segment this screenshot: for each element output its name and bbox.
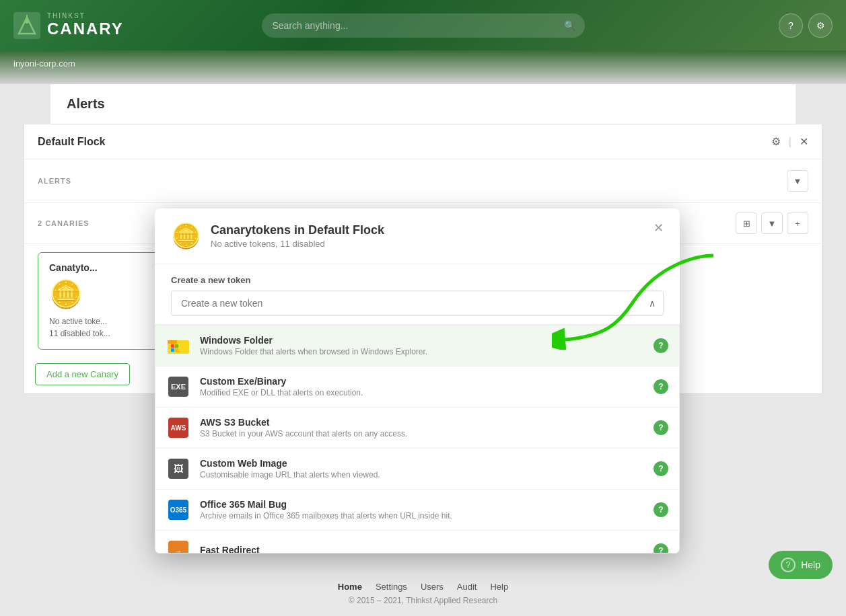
filter-icon-button[interactable]: ▼ xyxy=(761,213,783,234)
footer: Home Settings Users Audit Help © 2015 – … xyxy=(0,571,846,616)
svg-rect-9 xyxy=(171,348,174,352)
token-item-desc: Archive emails in Office 365 mailboxes t… xyxy=(200,511,654,521)
token-search-wrapper: ∧ xyxy=(171,291,664,316)
token-item-desc: Customisable image URL that alerts when … xyxy=(200,470,654,479)
add-canary-button[interactable]: + xyxy=(787,213,808,234)
settings-header-button[interactable]: ⚙ xyxy=(808,13,833,38)
token-item-custom-exe[interactable]: EXE Custom Exe/Binary Modified EXE or DL… xyxy=(155,367,679,408)
create-label: Create a new token xyxy=(171,275,664,285)
search-icon: 🔍 xyxy=(564,20,575,31)
flock-settings-icon[interactable]: ⚙ xyxy=(771,135,781,148)
page-title: Alerts xyxy=(67,96,779,112)
svg-rect-6 xyxy=(169,342,176,344)
footer-link-audit[interactable]: Audit xyxy=(457,582,477,592)
svg-rect-10 xyxy=(175,348,178,352)
search-bar[interactable]: 🔍 xyxy=(262,13,585,38)
flock-actions: ⚙ | ✕ xyxy=(771,135,808,148)
token-item-name: Fast Redirect xyxy=(200,545,654,553)
chevron-up-icon: ∧ xyxy=(649,298,656,309)
header: THINKST CANARY 🔍 ? ⚙ xyxy=(0,0,846,50)
flock-title: Default Flock xyxy=(38,136,105,148)
canaries-actions: ⊞ ▼ + xyxy=(736,213,808,234)
token-item-windows-folder[interactable]: Windows Folder Windows Folder that alert… xyxy=(155,325,679,367)
sub-header: inyoni-corp.com xyxy=(0,50,846,84)
alerts-filter-button[interactable]: ▼ xyxy=(787,170,808,192)
token-item-info-web-image: Custom Web Image Customisable image URL … xyxy=(200,458,654,479)
token-item-info-windows-folder: Windows Folder Windows Folder that alert… xyxy=(200,335,654,356)
canaries-label: 2 CANARIES xyxy=(38,219,90,227)
alerts-section: ALERTS ▼ xyxy=(24,159,822,203)
token-item-fast-redirect[interactable]: → Fast Redirect ? xyxy=(155,531,679,553)
create-section: Create a new token ∧ xyxy=(155,264,680,325)
token-item-name: Windows Folder xyxy=(200,335,654,346)
fast-redirect-icon: → xyxy=(166,539,190,553)
office365-icon: O365 xyxy=(166,498,190,522)
web-image-icon: 🖼 xyxy=(166,457,190,481)
modal-header-left: 🪙 Canarytokens in Default Flock No activ… xyxy=(171,222,384,250)
token-search-input[interactable] xyxy=(171,291,664,316)
custom-exe-icon: EXE xyxy=(166,375,190,399)
token-item-office365[interactable]: O365 Office 365 Mail Bug Archive emails … xyxy=(155,490,679,531)
token-item-aws-s3[interactable]: AWS AWS S3 Bucket S3 Bucket in your AWS … xyxy=(155,408,679,449)
header-actions: ? ⚙ xyxy=(779,13,833,38)
footer-copyright: © 2015 – 2021, Thinkst Applied Research xyxy=(11,596,835,605)
token-help-button[interactable]: ? xyxy=(654,543,668,553)
footer-link-settings[interactable]: Settings xyxy=(376,582,407,592)
token-item-info-fast-redirect: Fast Redirect xyxy=(200,545,654,553)
token-item-desc: Modified EXE or DLL that alerts on execu… xyxy=(200,388,654,397)
logo-canary: CANARY xyxy=(47,20,124,38)
token-help-button[interactable]: ? xyxy=(654,461,668,476)
help-circle-icon: ? xyxy=(781,557,796,572)
token-item-desc: Windows Folder that alerts when browsed … xyxy=(200,347,654,356)
modal-header: 🪙 Canarytokens in Default Flock No activ… xyxy=(155,208,680,264)
stack-icon-button[interactable]: ⊞ xyxy=(736,213,757,234)
token-item-info-custom-exe: Custom Exe/Binary Modified EXE or DLL th… xyxy=(200,376,654,397)
token-item-info-aws-s3: AWS S3 Bucket S3 Bucket in your AWS acco… xyxy=(200,417,654,438)
logo-area: THINKST CANARY xyxy=(13,12,124,39)
token-help-button[interactable]: ? xyxy=(654,338,668,353)
token-item-name: Custom Web Image xyxy=(200,458,654,469)
modal-subtitle: No active tokens, 11 disabled xyxy=(211,239,384,249)
token-item-info-office365: Office 365 Mail Bug Archive emails in Of… xyxy=(200,499,654,521)
footer-link-help[interactable]: Help xyxy=(490,582,508,592)
token-help-button[interactable]: ? xyxy=(654,379,668,394)
token-list: Windows Folder Windows Folder that alert… xyxy=(155,325,680,553)
token-item-name: AWS S3 Bucket xyxy=(200,417,654,428)
flock-close-icon[interactable]: ✕ xyxy=(800,135,808,148)
aws-s3-icon: AWS xyxy=(166,416,190,440)
logo-text: THINKST CANARY xyxy=(47,12,124,38)
breadcrumb: inyoni-corp.com xyxy=(13,59,833,74)
svg-point-2 xyxy=(25,20,29,24)
alerts-label: ALERTS xyxy=(38,177,71,185)
modal-token-icon: 🪙 xyxy=(171,222,201,250)
logo-thinkst: THINKST xyxy=(47,12,124,20)
windows-folder-icon xyxy=(166,334,190,358)
help-label: Help xyxy=(801,560,820,570)
flock-divider: | xyxy=(789,136,791,148)
modal-close-button[interactable]: ✕ xyxy=(654,222,664,234)
token-item-name: Office 365 Mail Bug xyxy=(200,499,654,510)
modal-title: Canarytokens in Default Flock xyxy=(211,223,384,237)
svg-rect-8 xyxy=(175,344,178,348)
footer-link-users[interactable]: Users xyxy=(421,582,444,592)
token-item-web-image[interactable]: 🖼 Custom Web Image Customisable image UR… xyxy=(155,449,679,490)
search-input[interactable] xyxy=(262,13,585,38)
modal-title-area: Canarytokens in Default Flock No active … xyxy=(211,223,384,249)
help-header-button[interactable]: ? xyxy=(779,13,803,38)
token-item-desc: S3 Bucket in your AWS account that alert… xyxy=(200,429,654,438)
flock-header: Default Flock ⚙ | ✕ xyxy=(24,124,822,159)
add-new-canary-button[interactable]: Add a new Canary xyxy=(35,363,130,385)
footer-link-home[interactable]: Home xyxy=(338,582,362,592)
token-help-button[interactable]: ? xyxy=(654,420,668,435)
canary-logo-icon xyxy=(13,12,40,39)
modal: 🪙 Canarytokens in Default Flock No activ… xyxy=(155,208,680,553)
token-help-button[interactable]: ? xyxy=(654,502,668,517)
help-floating-button[interactable]: ? Help xyxy=(769,551,833,579)
token-item-name: Custom Exe/Binary xyxy=(200,376,654,387)
svg-rect-7 xyxy=(171,344,174,348)
footer-links: Home Settings Users Audit Help xyxy=(11,582,835,592)
